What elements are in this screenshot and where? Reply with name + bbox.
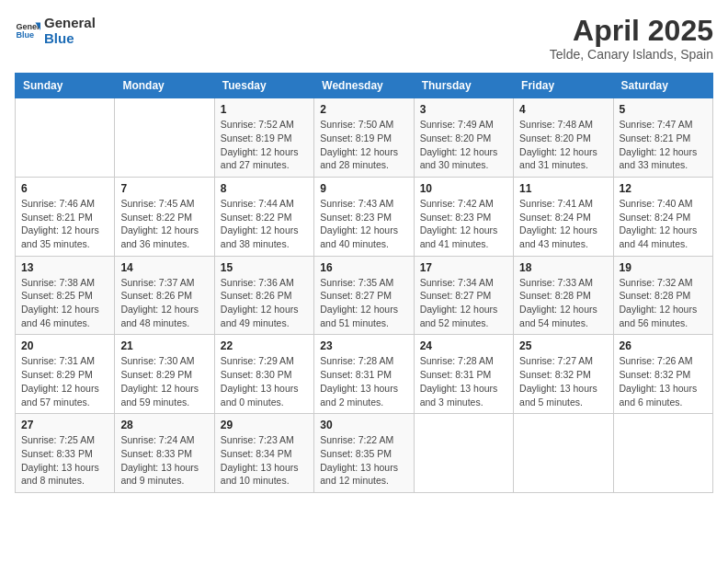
location-title: Telde, Canary Islands, Spain — [550, 47, 713, 62]
day-number: 11 — [519, 182, 607, 195]
header-friday: Friday — [514, 74, 613, 98]
calendar-week-row: 20Sunrise: 7:31 AM Sunset: 8:29 PM Dayli… — [16, 335, 713, 414]
calendar-cell — [514, 414, 613, 493]
day-info: Sunrise: 7:48 AM Sunset: 8:20 PM Dayligh… — [519, 118, 607, 172]
day-number: 28 — [120, 419, 208, 431]
day-info: Sunrise: 7:30 AM Sunset: 8:29 PM Dayligh… — [120, 354, 208, 408]
calendar-cell: 21Sunrise: 7:30 AM Sunset: 8:29 PM Dayli… — [115, 335, 214, 414]
header-tuesday: Tuesday — [214, 74, 313, 98]
calendar-cell: 1Sunrise: 7:52 AM Sunset: 8:19 PM Daylig… — [214, 98, 313, 178]
day-number: 13 — [21, 261, 108, 274]
calendar-cell: 26Sunrise: 7:26 AM Sunset: 8:32 PM Dayli… — [613, 335, 712, 414]
calendar-cell: 14Sunrise: 7:37 AM Sunset: 8:26 PM Dayli… — [115, 256, 214, 335]
day-number: 4 — [519, 103, 607, 116]
header-monday: Monday — [115, 74, 214, 98]
day-number: 18 — [519, 261, 607, 274]
day-number: 17 — [420, 261, 507, 274]
day-number: 6 — [21, 182, 108, 195]
day-info: Sunrise: 7:22 AM Sunset: 8:35 PM Dayligh… — [320, 433, 407, 488]
day-info: Sunrise: 7:50 AM Sunset: 8:19 PM Dayligh… — [320, 118, 407, 172]
calendar-cell: 8Sunrise: 7:44 AM Sunset: 8:22 PM Daylig… — [214, 177, 313, 256]
day-number: 23 — [320, 339, 407, 352]
calendar-cell: 11Sunrise: 7:41 AM Sunset: 8:24 PM Dayli… — [514, 177, 613, 256]
calendar-cell: 25Sunrise: 7:27 AM Sunset: 8:32 PM Dayli… — [514, 335, 613, 414]
day-number: 16 — [320, 261, 407, 274]
calendar-week-row: 27Sunrise: 7:25 AM Sunset: 8:33 PM Dayli… — [16, 414, 713, 493]
day-number: 7 — [120, 182, 208, 195]
calendar-cell: 12Sunrise: 7:40 AM Sunset: 8:24 PM Dayli… — [613, 177, 712, 256]
calendar-cell: 29Sunrise: 7:23 AM Sunset: 8:34 PM Dayli… — [214, 414, 313, 493]
calendar-cell: 27Sunrise: 7:25 AM Sunset: 8:33 PM Dayli… — [16, 414, 115, 493]
calendar-cell: 22Sunrise: 7:29 AM Sunset: 8:30 PM Dayli… — [214, 335, 313, 414]
day-info: Sunrise: 7:49 AM Sunset: 8:20 PM Dayligh… — [420, 118, 507, 172]
calendar-cell: 2Sunrise: 7:50 AM Sunset: 8:19 PM Daylig… — [314, 98, 414, 178]
header-sunday: Sunday — [16, 74, 115, 98]
day-number: 9 — [320, 182, 407, 195]
calendar-cell: 19Sunrise: 7:32 AM Sunset: 8:28 PM Dayli… — [613, 256, 712, 335]
day-info: Sunrise: 7:44 AM Sunset: 8:22 PM Dayligh… — [221, 197, 308, 251]
day-number: 20 — [21, 339, 108, 352]
day-info: Sunrise: 7:27 AM Sunset: 8:32 PM Dayligh… — [519, 354, 607, 408]
logo-icon: General Blue — [15, 17, 40, 43]
calendar-cell: 28Sunrise: 7:24 AM Sunset: 8:33 PM Dayli… — [115, 414, 214, 493]
day-info: Sunrise: 7:45 AM Sunset: 8:22 PM Dayligh… — [120, 197, 208, 251]
day-number: 10 — [420, 182, 507, 195]
calendar-week-row: 1Sunrise: 7:52 AM Sunset: 8:19 PM Daylig… — [16, 98, 713, 178]
day-info: Sunrise: 7:31 AM Sunset: 8:29 PM Dayligh… — [21, 354, 108, 408]
calendar-cell: 17Sunrise: 7:34 AM Sunset: 8:27 PM Dayli… — [414, 256, 513, 335]
header-wednesday: Wednesday — [314, 74, 414, 98]
day-number: 12 — [620, 182, 707, 195]
calendar-cell: 23Sunrise: 7:28 AM Sunset: 8:31 PM Dayli… — [314, 335, 414, 414]
day-number: 29 — [221, 419, 308, 431]
calendar-cell — [16, 98, 115, 178]
calendar-cell: 4Sunrise: 7:48 AM Sunset: 8:20 PM Daylig… — [514, 98, 613, 178]
calendar-cell: 7Sunrise: 7:45 AM Sunset: 8:22 PM Daylig… — [115, 177, 214, 256]
day-number: 15 — [221, 261, 308, 274]
day-info: Sunrise: 7:24 AM Sunset: 8:33 PM Dayligh… — [120, 433, 208, 488]
day-number: 27 — [21, 419, 108, 431]
day-info: Sunrise: 7:34 AM Sunset: 8:27 PM Dayligh… — [420, 276, 507, 330]
calendar-cell: 15Sunrise: 7:36 AM Sunset: 8:26 PM Dayli… — [214, 256, 313, 335]
calendar-week-row: 6Sunrise: 7:46 AM Sunset: 8:21 PM Daylig… — [16, 177, 713, 256]
day-info: Sunrise: 7:36 AM Sunset: 8:26 PM Dayligh… — [221, 276, 308, 330]
day-info: Sunrise: 7:40 AM Sunset: 8:24 PM Dayligh… — [620, 197, 707, 251]
day-info: Sunrise: 7:28 AM Sunset: 8:31 PM Dayligh… — [420, 354, 507, 408]
logo-text-blue: Blue — [44, 30, 96, 46]
calendar-cell: 6Sunrise: 7:46 AM Sunset: 8:21 PM Daylig… — [16, 177, 115, 256]
day-info: Sunrise: 7:26 AM Sunset: 8:32 PM Dayligh… — [620, 354, 707, 408]
day-info: Sunrise: 7:38 AM Sunset: 8:25 PM Dayligh… — [21, 276, 108, 330]
calendar-cell: 10Sunrise: 7:42 AM Sunset: 8:23 PM Dayli… — [414, 177, 513, 256]
calendar-cell: 30Sunrise: 7:22 AM Sunset: 8:35 PM Dayli… — [314, 414, 414, 493]
calendar-cell: 3Sunrise: 7:49 AM Sunset: 8:20 PM Daylig… — [414, 98, 513, 178]
calendar-cell: 5Sunrise: 7:47 AM Sunset: 8:21 PM Daylig… — [613, 98, 712, 178]
calendar-cell: 9Sunrise: 7:43 AM Sunset: 8:23 PM Daylig… — [314, 177, 414, 256]
calendar-table: SundayMondayTuesdayWednesdayThursdayFrid… — [15, 73, 713, 493]
day-info: Sunrise: 7:35 AM Sunset: 8:27 PM Dayligh… — [320, 276, 407, 330]
day-info: Sunrise: 7:25 AM Sunset: 8:33 PM Dayligh… — [21, 433, 108, 488]
day-info: Sunrise: 7:33 AM Sunset: 8:28 PM Dayligh… — [519, 276, 607, 330]
day-number: 22 — [221, 339, 308, 352]
title-block: April 2025 Telde, Canary Islands, Spain — [550, 15, 713, 62]
header-thursday: Thursday — [414, 74, 513, 98]
calendar-cell — [613, 414, 712, 493]
svg-text:Blue: Blue — [16, 31, 34, 40]
page-header: General Blue General Blue April 2025 Tel… — [15, 15, 713, 62]
day-number: 24 — [420, 339, 507, 352]
day-info: Sunrise: 7:29 AM Sunset: 8:30 PM Dayligh… — [221, 354, 308, 408]
day-info: Sunrise: 7:42 AM Sunset: 8:23 PM Dayligh… — [420, 197, 507, 251]
logo-text-general: General — [44, 15, 96, 30]
calendar-cell — [115, 98, 214, 178]
calendar-week-row: 13Sunrise: 7:38 AM Sunset: 8:25 PM Dayli… — [16, 256, 713, 335]
calendar-cell — [414, 414, 513, 493]
calendar-cell: 24Sunrise: 7:28 AM Sunset: 8:31 PM Dayli… — [414, 335, 513, 414]
logo: General Blue General Blue — [15, 15, 96, 47]
calendar-header-row: SundayMondayTuesdayWednesdayThursdayFrid… — [16, 74, 713, 98]
day-number: 25 — [519, 339, 607, 352]
day-number: 5 — [620, 103, 707, 116]
day-number: 2 — [320, 103, 407, 116]
day-number: 3 — [420, 103, 507, 116]
day-number: 8 — [221, 182, 308, 195]
calendar-cell: 13Sunrise: 7:38 AM Sunset: 8:25 PM Dayli… — [16, 256, 115, 335]
day-info: Sunrise: 7:47 AM Sunset: 8:21 PM Dayligh… — [620, 118, 707, 172]
day-info: Sunrise: 7:28 AM Sunset: 8:31 PM Dayligh… — [320, 354, 407, 408]
